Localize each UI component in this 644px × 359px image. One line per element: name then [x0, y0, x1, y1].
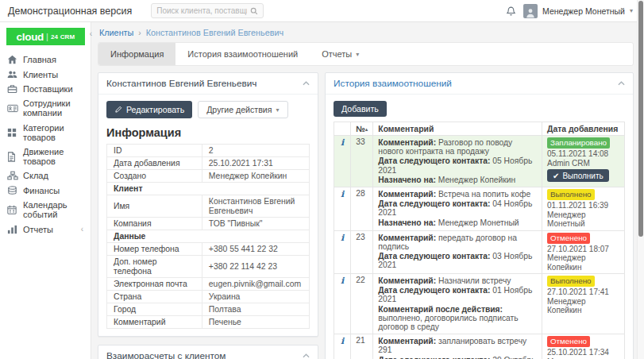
info-value: 2 — [202, 145, 309, 157]
status-author: Admin CRM — [547, 159, 619, 168]
history-panel-title: История взаимоотношений — [334, 78, 452, 89]
info-value: Константинов Евгений Евгеньевич — [202, 195, 309, 218]
sidebar-item-7[interactable]: Склад — [0, 168, 91, 183]
info-row: Электронная почтаeugen.pivnik@gmail.com — [107, 278, 310, 291]
info-value: 25.10.2021 17:31 — [202, 157, 309, 170]
main-content: Клиенты›Константинов Евгений Евгеньевич … — [91, 22, 644, 359]
status-badge: Выполнено — [547, 189, 595, 200]
info-icon[interactable]: i — [339, 189, 345, 199]
history-comment-cell: Комментарий: Назначили встречуДата следу… — [373, 274, 542, 334]
sidebar-item-10[interactable]: Отчеты‹ — [0, 222, 91, 236]
scrollbar-thumb[interactable] — [638, 1, 643, 237]
collapse-panel-icon[interactable] — [303, 353, 310, 358]
page-scrollbar[interactable] — [637, 0, 644, 359]
history-panel: История взаимоотношений Добавить — [325, 72, 634, 359]
chevron-left-icon: ‹ — [81, 225, 83, 234]
history-row: i23Комментарий: передать договор на подп… — [334, 230, 625, 274]
info-row: Номер телефона+380 55 441 22 32 — [107, 243, 310, 256]
sidebar-item-1[interactable]: Главная — [0, 52, 91, 67]
grid-icon — [7, 128, 17, 137]
sidebar-item-label: Клиенты — [23, 70, 58, 79]
status-date: 25.10.2021 17:34 — [547, 348, 619, 357]
history-row: i22Комментарий: Назначили встречуДата сл… — [334, 274, 625, 334]
info-value: +380 55 441 22 32 — [202, 243, 309, 256]
calendar-icon — [7, 205, 17, 214]
chart-icon — [7, 225, 17, 234]
info-icon[interactable]: i — [339, 336, 345, 346]
sidebar-item-3[interactable]: Поставщики — [0, 82, 91, 96]
sidebar-item-label: Отчеты — [23, 225, 53, 234]
client-panel: Константинов Евгений Евгеньевич Редактир — [98, 72, 318, 337]
sidebar-item-label: Календарь событий — [23, 200, 83, 219]
global-search-input[interactable] — [156, 6, 247, 15]
info-row: ID2 — [107, 145, 310, 157]
tab-bar: ИнформацияИстория взаимоотношенийОтчеты▾ — [98, 42, 634, 66]
info-label: Комментарий — [107, 316, 202, 329]
history-status-cell: Запланировано05.11.2021 14:08Admin CRM✔В… — [542, 136, 625, 187]
column-date-added: Дата добавления — [542, 122, 625, 136]
sidebar-item-label: Поставщики — [23, 84, 73, 94]
info-icon[interactable]: i — [339, 276, 345, 286]
app-logo[interactable]: cloud|24 CRM — [6, 28, 85, 45]
client-panel-title: Константинов Евгений Евгеньевич — [106, 78, 256, 89]
chevron-down-icon: ▾ — [630, 7, 633, 14]
status-date: 27.10.2021 18:07 — [547, 245, 619, 254]
info-label: Страна — [107, 291, 202, 303]
home-icon — [7, 55, 17, 64]
tab-2[interactable]: История взаимоотношений — [175, 43, 310, 65]
collapse-panel-icon[interactable] — [618, 81, 625, 86]
status-badge: Запланировано — [547, 137, 610, 149]
global-search[interactable] — [151, 3, 264, 18]
breadcrumb: Клиенты›Константинов Евгений Евгеньевич — [98, 22, 634, 42]
sidebar-item-5[interactable]: Категории товаров — [0, 121, 91, 145]
sidebar-item-8[interactable]: Финансы — [0, 183, 91, 198]
history-comment-cell: Комментарий: Разговор по поводу нового к… — [373, 136, 542, 187]
sidebar-item-label: Главная — [23, 55, 56, 64]
notifications-bell-icon[interactable] — [506, 6, 516, 17]
tab-1[interactable]: Информация — [98, 43, 175, 65]
user-menu[interactable]: Менеджер Монетный ▾ — [523, 4, 633, 18]
sidebar-collapse-icon[interactable]: ‹ — [90, 29, 92, 38]
info-row: Дата добавления25.10.2021 17:31 — [107, 157, 310, 170]
sidebar-item-4[interactable]: Сотрудники компании — [0, 96, 91, 120]
info-section-row: Данные — [107, 230, 310, 243]
sidebar-item-9[interactable]: Календарь событий — [0, 198, 91, 222]
info-value: eugen.pivnik@gmail.com — [202, 278, 309, 291]
add-history-button[interactable]: Добавить — [334, 101, 387, 117]
info-label: Имя — [107, 195, 202, 218]
edit-pencil-icon — [114, 106, 122, 114]
status-author: Менеджер Монетный — [547, 210, 619, 229]
more-actions-button[interactable]: Другие действия ▾ — [198, 101, 287, 118]
breadcrumb-current: Константинов Евгений Евгеньевич — [146, 28, 283, 37]
status-badge: Отменено — [547, 233, 590, 244]
history-table: №▴ Комментарий Дата добавления i33Коммен… — [334, 122, 625, 359]
column-number[interactable]: №▴ — [351, 122, 373, 136]
history-status-cell: Отменено25.10.2021 17:34Менеджер Копейки… — [542, 334, 625, 359]
sidebar-item-label: Движение товаров — [23, 147, 83, 166]
breadcrumb-link[interactable]: Клиенты — [99, 28, 133, 37]
history-comment-cell: Комментарий: Встреча на попить кофеДата … — [373, 187, 542, 231]
collapse-panel-icon[interactable] — [303, 81, 310, 86]
history-status-cell: Выполнено01.11.2021 16:39Менеджер Монетн… — [542, 187, 625, 231]
edit-button[interactable]: Редактировать — [106, 101, 192, 118]
info-label: Компания — [107, 218, 202, 230]
sidebar-item-6[interactable]: Движение товаров — [0, 145, 91, 168]
history-row: i28Комментарий: Встреча на попить кофеДа… — [334, 187, 625, 231]
tab-3[interactable]: Отчеты▾ — [310, 43, 371, 65]
info-row: СозданоМенеджер Копейкин — [107, 170, 310, 183]
info-value: Полтава — [202, 303, 309, 316]
file-icon — [7, 152, 17, 162]
info-row: Данные — [107, 230, 310, 243]
search-icon — [250, 7, 258, 15]
complete-button[interactable]: ✔Выполнить — [547, 169, 609, 182]
info-icon[interactable]: i — [339, 233, 345, 243]
info-icon[interactable]: i — [339, 137, 345, 148]
info-value: Печенье — [202, 316, 309, 329]
info-row: КомпанияТОВ "Пивнык" — [107, 218, 310, 230]
info-section-row: Клиент — [107, 183, 310, 195]
user-avatar — [523, 4, 538, 18]
briefcase-icon — [7, 84, 17, 94]
demo-version-label: Демонстрационная версия — [8, 6, 132, 17]
sidebar-item-2[interactable]: Клиенты — [0, 67, 91, 81]
status-author: Менеджер Копейкин — [547, 297, 619, 315]
